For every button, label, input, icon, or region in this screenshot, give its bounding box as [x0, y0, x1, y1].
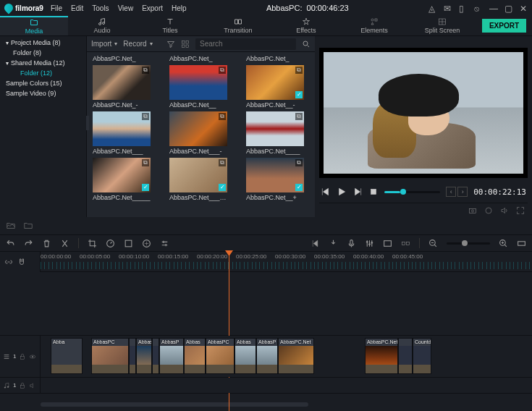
link-icon[interactable] — [4, 258, 13, 266]
mixer-icon[interactable] — [365, 239, 374, 248]
search-input[interactable] — [195, 38, 296, 50]
mute-icon[interactable] — [29, 382, 36, 389]
volume-icon[interactable] — [500, 206, 509, 215]
timeline-clip[interactable]: Countd — [413, 338, 431, 374]
record-vo-icon[interactable] — [347, 239, 356, 248]
tree-item[interactable]: ▾Shared Media (12) — [0, 58, 86, 68]
tab-effects[interactable]: Effects — [272, 16, 340, 35]
menu-file[interactable]: File — [51, 4, 62, 12]
timeline-clip[interactable] — [398, 338, 413, 374]
zoom-in-icon[interactable] — [499, 239, 508, 248]
menu-help[interactable]: Help — [172, 4, 187, 12]
timeline-ruler[interactable]: 00:00:00:0000:00:05:0000:00:10:0000:00:1… — [41, 252, 532, 272]
media-thumb[interactable] — [169, 111, 227, 146]
next-frame-icon[interactable] — [352, 187, 363, 197]
tab-elements[interactable]: Elements — [340, 16, 408, 35]
track-menu-icon[interactable] — [3, 353, 10, 360]
record-dropdown[interactable]: Record — [123, 40, 152, 48]
fullscreen-icon[interactable] — [516, 206, 525, 215]
redo-icon[interactable] — [24, 239, 33, 248]
message-icon[interactable]: ✉ — [444, 4, 452, 12]
timeline-clip[interactable]: AbbasP — [256, 338, 278, 374]
render-icon[interactable] — [383, 239, 392, 248]
timeline-clip[interactable] — [129, 338, 136, 374]
minimize-icon[interactable]: — — [489, 4, 497, 12]
open-folder-icon[interactable] — [23, 221, 33, 231]
color-icon[interactable] — [124, 239, 133, 248]
preview-scrubber[interactable] — [384, 191, 440, 193]
tree-item[interactable]: Sample Colors (15) — [0, 78, 86, 88]
media-thumb[interactable]: ✓ — [169, 158, 227, 192]
search-icon[interactable] — [302, 40, 311, 48]
zoom-slider[interactable] — [447, 242, 490, 245]
prev-frame-icon[interactable] — [321, 187, 331, 197]
add-icon[interactable] — [142, 113, 149, 120]
lock-icon[interactable] — [19, 382, 26, 389]
close-icon[interactable]: ✕ — [520, 4, 528, 12]
tab-transition[interactable]: Transition — [204, 16, 272, 35]
timeline-clip[interactable]: Abbas — [184, 338, 206, 374]
user-icon[interactable]: ◬ — [428, 4, 436, 12]
timeline-clip[interactable]: AbbasPC.Net — [278, 338, 314, 374]
timeline-clip[interactable]: AbbasP — [159, 338, 184, 374]
add-icon[interactable] — [219, 159, 226, 166]
filter-icon[interactable] — [166, 40, 175, 48]
media-thumb[interactable] — [93, 65, 151, 100]
media-thumb[interactable]: ✓ — [246, 158, 304, 192]
tab-titles[interactable]: Titles — [136, 16, 204, 35]
adjust-icon[interactable] — [160, 239, 169, 248]
lock-icon[interactable] — [19, 353, 26, 360]
delete-icon[interactable] — [42, 239, 51, 248]
add-icon[interactable] — [219, 113, 226, 120]
menu-view[interactable]: View — [118, 4, 134, 12]
add-icon[interactable] — [295, 113, 303, 120]
play-icon[interactable] — [337, 187, 347, 197]
timeline-scrollbar[interactable] — [0, 401, 532, 408]
quality-icon[interactable] — [484, 206, 493, 215]
split-icon[interactable] — [60, 239, 69, 248]
media-thumb[interactable]: ✓ — [93, 158, 151, 192]
marker-icon[interactable] — [329, 239, 338, 248]
grid-view-icon[interactable] — [181, 40, 190, 48]
stop-icon[interactable] — [368, 187, 379, 197]
preview-viewport[interactable] — [319, 48, 528, 178]
tree-item[interactable]: Folder (12) — [0, 68, 86, 78]
tab-audio[interactable]: Audio — [68, 16, 136, 35]
timeline-clip[interactable]: Abbas — [235, 338, 256, 374]
import-dropdown[interactable]: Import — [91, 40, 117, 48]
ripple-icon[interactable] — [401, 239, 410, 248]
timeline-clip[interactable]: AbbasPC — [206, 338, 235, 374]
timeline-clip[interactable]: Abba — [51, 338, 83, 374]
menu-tools[interactable]: Tools — [92, 4, 109, 12]
mic-icon[interactable]: ⍉ — [474, 4, 482, 12]
add-icon[interactable] — [295, 159, 303, 166]
media-thumb[interactable] — [93, 111, 151, 146]
new-folder-icon[interactable] — [6, 221, 16, 231]
zoom-fit-icon[interactable] — [517, 239, 526, 248]
snapshot-icon[interactable] — [468, 206, 477, 215]
add-icon[interactable] — [219, 67, 226, 74]
green-screen-icon[interactable] — [142, 239, 151, 248]
mark-out-icon[interactable]: › — [457, 187, 468, 197]
export-button[interactable]: EXPORT — [482, 19, 526, 33]
maximize-icon[interactable]: ▢ — [504, 4, 512, 12]
tab-split-screen[interactable]: Split Screen — [408, 16, 476, 35]
snap-icon[interactable] — [17, 258, 26, 266]
add-icon[interactable] — [142, 159, 149, 166]
timeline-clip[interactable] — [152, 338, 159, 374]
files-icon[interactable]: ▯ — [459, 4, 467, 12]
tab-media[interactable]: Media — [0, 16, 68, 35]
media-thumb[interactable]: ✓ — [246, 65, 304, 100]
media-thumb[interactable] — [169, 65, 227, 100]
timeline-clip[interactable]: Abbas — [136, 338, 152, 374]
add-icon[interactable] — [295, 67, 303, 74]
menu-export[interactable]: Export — [142, 4, 163, 12]
timeline-clip[interactable]: AbbasPC — [91, 338, 129, 374]
visibility-icon[interactable] — [29, 353, 36, 360]
media-thumb[interactable] — [246, 111, 304, 146]
tree-item[interactable]: Folder (8) — [0, 48, 86, 58]
mark-in-icon[interactable]: ‹ — [446, 187, 456, 197]
tree-item[interactable]: Sample Video (9) — [0, 88, 86, 98]
undo-icon[interactable] — [6, 239, 15, 248]
add-icon[interactable] — [142, 67, 149, 74]
